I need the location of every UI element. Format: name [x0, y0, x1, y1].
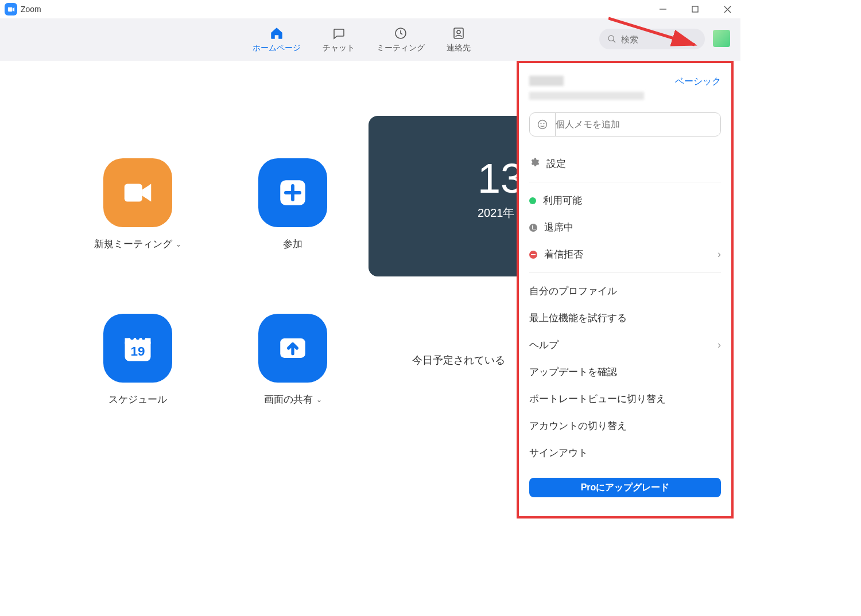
svg-text:19: 19: [130, 344, 145, 358]
action-share[interactable]: 画面の共有 ⌄: [235, 314, 350, 406]
svg-rect-10: [125, 184, 142, 202]
action-share-label: 画面の共有: [264, 393, 313, 406]
plus-icon: [258, 158, 327, 227]
chevron-down-icon[interactable]: ⌄: [176, 240, 181, 248]
contacts-icon: [451, 26, 466, 41]
quick-actions: 新規ミーティング ⌄ 参加 19 スケジュール 画: [80, 158, 350, 406]
app-title: Zoom: [21, 5, 41, 14]
menu-try-top[interactable]: 最上位機能を試行する: [529, 305, 721, 332]
svg-rect-1: [692, 6, 698, 12]
menu-help-label: ヘルプ: [529, 338, 711, 352]
svg-point-20: [541, 123, 541, 124]
minimize-button[interactable]: [654, 1, 672, 18]
svg-point-7: [608, 36, 614, 41]
action-new-meeting-label: 新規ミーティング: [94, 237, 172, 251]
tab-contacts[interactable]: 連絡先: [447, 26, 471, 53]
menu-settings[interactable]: 設定: [529, 150, 721, 177]
maximize-button[interactable]: [687, 1, 704, 18]
plan-label: ベーシック: [675, 76, 721, 88]
menu-settings-label: 設定: [546, 157, 721, 170]
search-box[interactable]: [599, 29, 705, 49]
tab-contacts-label: 連絡先: [447, 43, 471, 53]
tab-chat[interactable]: チャット: [323, 26, 355, 53]
menu-signout[interactable]: サインアウト: [529, 439, 721, 466]
personal-note-field[interactable]: [529, 112, 721, 137]
menu-status-dnd[interactable]: 着信拒否 ›: [529, 241, 721, 268]
menu-help[interactable]: ヘルプ ›: [529, 332, 721, 358]
main-area: 新規ミーティング ⌄ 参加 19 スケジュール 画: [0, 61, 740, 528]
chat-icon: [331, 26, 346, 41]
profile-name-redacted: [529, 76, 564, 86]
clock-icon: [393, 26, 408, 41]
profile-menu: ベーシック 設定 利用可能 退席中: [517, 61, 734, 518]
tab-meeting-label: ミーティング: [377, 43, 425, 53]
profile-email-redacted: [529, 92, 644, 100]
menu-switch-account-label: アカウントの切り替え: [529, 419, 721, 432]
svg-point-6: [457, 30, 460, 34]
status-dnd-label: 着信拒否: [544, 248, 711, 261]
search-input[interactable]: [621, 34, 690, 44]
smiley-icon[interactable]: [530, 119, 555, 130]
action-schedule[interactable]: 19 スケジュール: [80, 314, 195, 406]
menu-my-profile-label: 自分のプロファイル: [529, 284, 721, 298]
avatar-button[interactable]: [713, 30, 730, 47]
tab-meeting[interactable]: ミーティング: [377, 26, 425, 53]
menu-switch-account[interactable]: アカウントの切り替え: [529, 412, 721, 439]
svg-point-14: [130, 337, 134, 340]
status-away-label: 退席中: [544, 221, 721, 234]
chevron-down-icon[interactable]: ⌄: [316, 396, 322, 404]
menu-check-updates[interactable]: アップデートを確認: [529, 358, 721, 385]
svg-rect-5: [454, 28, 463, 38]
nav-tabs: ホームページ チャット ミーティング 連絡先: [253, 26, 471, 53]
svg-line-8: [613, 40, 615, 42]
svg-point-21: [544, 123, 544, 124]
tab-home[interactable]: ホームページ: [253, 26, 301, 53]
menu-try-top-label: 最上位機能を試行する: [529, 311, 721, 325]
status-dnd-icon: [529, 251, 537, 259]
chevron-right-icon: ›: [718, 339, 721, 351]
upgrade-pro-button[interactable]: Proにアップグレード: [529, 478, 721, 497]
status-available-label: 利用可能: [543, 194, 721, 207]
window-controls: [654, 1, 736, 18]
title-bar: Zoom: [0, 0, 740, 18]
action-new-meeting[interactable]: 新規ミーティング ⌄: [80, 158, 195, 251]
menu-signout-label: サインアウト: [529, 446, 721, 459]
personal-note-input[interactable]: [556, 119, 720, 130]
top-toolbar: ホームページ チャット ミーティング 連絡先: [0, 18, 740, 61]
menu-switch-portrait-label: ポートレートビューに切り替え: [529, 392, 721, 406]
home-icon: [269, 26, 284, 41]
menu-my-profile[interactable]: 自分のプロファイル: [529, 278, 721, 305]
svg-point-15: [136, 337, 139, 340]
search-icon: [607, 34, 616, 44]
menu-check-updates-label: アップデートを確認: [529, 365, 721, 379]
chevron-right-icon: ›: [718, 248, 721, 260]
status-available-icon: [529, 197, 536, 204]
tab-home-label: ホームページ: [253, 43, 301, 53]
gear-icon: [529, 157, 540, 170]
status-away-icon: [529, 224, 537, 232]
menu-switch-portrait[interactable]: ポートレートビューに切り替え: [529, 385, 721, 412]
no-meeting-text: 今日予定されている: [412, 353, 505, 367]
calendar-icon: 19: [103, 314, 172, 383]
zoom-logo-icon: [5, 3, 17, 15]
close-button[interactable]: [719, 1, 736, 18]
svg-point-19: [538, 120, 547, 129]
menu-status-away[interactable]: 退席中: [529, 214, 721, 241]
video-icon: [103, 158, 172, 227]
action-join-label: 参加: [283, 237, 302, 251]
action-schedule-label: スケジュール: [108, 393, 167, 406]
tab-chat-label: チャット: [323, 43, 355, 53]
svg-point-16: [142, 337, 145, 340]
share-screen-icon: [258, 314, 327, 383]
action-join[interactable]: 参加: [235, 158, 350, 251]
menu-status-available[interactable]: 利用可能: [529, 187, 721, 214]
